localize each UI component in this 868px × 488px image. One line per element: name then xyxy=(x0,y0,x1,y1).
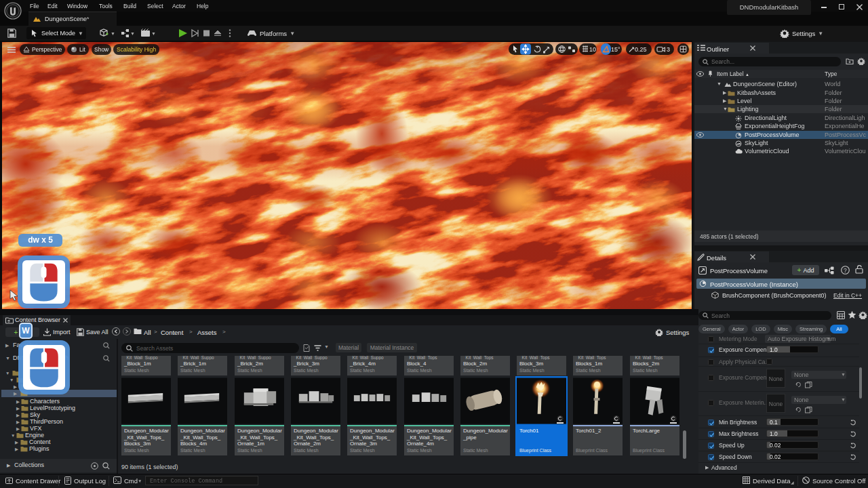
svg-text:15°: 15° xyxy=(611,46,620,53)
svg-text:▼: ▼ xyxy=(130,31,135,36)
svg-text:▼: ▼ xyxy=(111,31,115,36)
svg-text:?: ? xyxy=(844,267,847,274)
svg-text:10: 10 xyxy=(589,46,596,53)
svg-text:▼: ▼ xyxy=(151,31,156,36)
svg-text:0.25: 0.25 xyxy=(635,46,647,53)
svg-text:3: 3 xyxy=(667,46,670,53)
